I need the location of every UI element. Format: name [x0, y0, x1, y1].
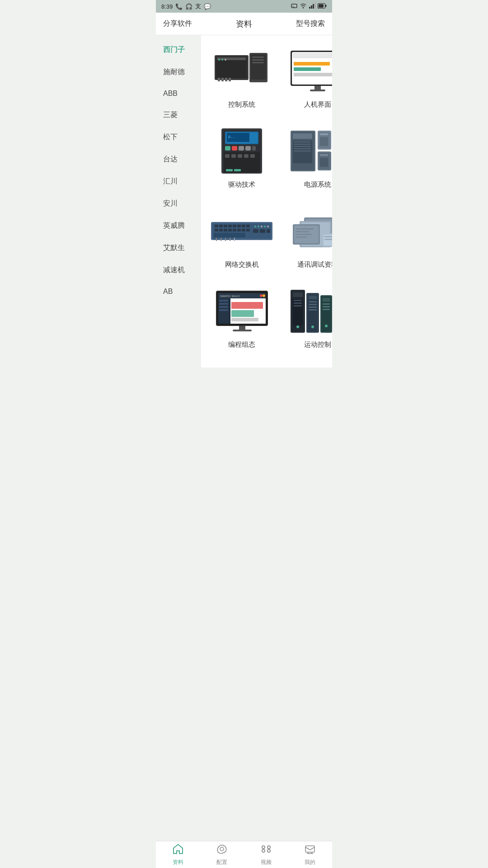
- svg-rect-83: [228, 225, 232, 227]
- svg-rect-140: [239, 326, 245, 330]
- grid-item-programming[interactable]: SIMATIC WinCC: [206, 281, 277, 355]
- sidebar-item-schneider[interactable]: 施耐德: [156, 61, 201, 83]
- svg-point-99: [264, 226, 266, 227]
- svg-rect-163: [323, 309, 330, 310]
- svg-rect-161: [323, 303, 330, 305]
- sidebar-item-ab[interactable]: AB: [156, 281, 201, 302]
- svg-rect-82: [224, 225, 227, 227]
- svg-rect-144: [293, 292, 303, 297]
- svg-rect-93: [237, 229, 241, 231]
- svg-point-20: [221, 59, 223, 61]
- svg-point-2: [303, 7, 304, 8]
- svg-rect-54: [250, 154, 255, 158]
- programming-label: 编程组态: [228, 340, 255, 349]
- sidebar-item-mitsubishi[interactable]: 三菱: [156, 104, 201, 126]
- svg-rect-118: [296, 234, 311, 235]
- svg-rect-59: [293, 133, 312, 139]
- svg-point-21: [225, 59, 226, 61]
- content-area: 控制系统: [201, 35, 332, 368]
- control-system-label: 控制系统: [228, 100, 255, 109]
- status-call-icon: 📞: [175, 3, 183, 10]
- svg-rect-134: [219, 306, 228, 308]
- wifi-icon: [300, 2, 307, 11]
- sidebar-item-siemens[interactable]: 西门子: [156, 39, 201, 61]
- status-bar: 8:39 📞 🎧 支 💬 N: [156, 0, 332, 13]
- svg-rect-68: [320, 133, 328, 135]
- status-pay-icon: 支: [195, 2, 201, 10]
- svg-rect-117: [296, 231, 309, 232]
- svg-rect-69: [320, 137, 328, 146]
- grid-item-hmi[interactable]: 人机界面: [282, 41, 332, 115]
- svg-rect-138: [231, 310, 254, 317]
- grid-item-motion[interactable]: 运动控制: [282, 281, 332, 355]
- svg-rect-30: [294, 67, 321, 71]
- svg-rect-37: [310, 90, 325, 91]
- motion-image: [286, 286, 332, 336]
- grid-item-control-system[interactable]: 控制系统: [206, 41, 277, 115]
- svg-rect-63: [294, 146, 311, 147]
- svg-rect-95: [246, 229, 250, 231]
- grid-item-network-switch[interactable]: 网络交换机: [206, 201, 277, 275]
- svg-rect-22: [252, 57, 264, 58]
- svg-rect-47: [245, 146, 251, 151]
- svg-rect-133: [219, 303, 228, 305]
- svg-rect-80: [215, 225, 218, 227]
- svg-point-149: [296, 326, 299, 328]
- svg-rect-15: [218, 78, 220, 81]
- svg-rect-36: [314, 86, 321, 90]
- svg-rect-146: [294, 300, 302, 301]
- svg-rect-104: [214, 233, 245, 237]
- svg-rect-154: [309, 304, 317, 305]
- grid-item-power[interactable]: 电源系统: [282, 121, 332, 195]
- sidebar-item-panasonic[interactable]: 松下: [156, 126, 201, 148]
- battery-icon: [318, 3, 327, 10]
- svg-rect-137: [231, 302, 263, 309]
- grid-item-drive[interactable]: P--: [206, 121, 277, 195]
- model-search-button[interactable]: 型号搜索: [289, 19, 325, 28]
- svg-rect-24: [252, 62, 264, 63]
- motion-label: 运动控制: [304, 340, 331, 349]
- svg-rect-12: [217, 57, 246, 60]
- svg-rect-139: [231, 318, 258, 321]
- svg-rect-55: [226, 169, 233, 171]
- svg-rect-162: [323, 306, 330, 307]
- svg-rect-17: [225, 78, 227, 81]
- svg-rect-160: [323, 298, 330, 302]
- svg-rect-152: [309, 296, 317, 299]
- svg-rect-101: [253, 229, 258, 233]
- sidebar-item-abb[interactable]: ABB: [156, 83, 201, 104]
- power-image: [286, 126, 332, 176]
- svg-rect-86: [242, 225, 245, 227]
- svg-rect-148: [294, 305, 302, 307]
- svg-point-98: [261, 226, 263, 227]
- svg-rect-64: [294, 148, 311, 149]
- svg-rect-123: [324, 239, 332, 240]
- svg-point-130: [263, 294, 265, 297]
- svg-rect-122: [324, 236, 332, 237]
- main-layout: 西门子 施耐德 ABB 三菱 松下 台达 汇川 安川 英威腾 艾默生 减速机 A…: [156, 35, 332, 368]
- share-software-button[interactable]: 分享软件: [163, 19, 199, 28]
- svg-rect-56: [234, 169, 241, 171]
- svg-rect-156: [309, 309, 317, 311]
- sidebar-item-yaskawa[interactable]: 安川: [156, 193, 201, 215]
- drive-image: P--: [210, 126, 273, 176]
- svg-point-96: [254, 226, 256, 227]
- grid-item-comm-debug[interactable]: 通讯调试资料: [282, 201, 332, 275]
- svg-rect-23: [252, 59, 264, 61]
- sidebar-item-inovance[interactable]: 汇川: [156, 170, 201, 193]
- svg-rect-84: [233, 225, 236, 227]
- sidebar-item-gearbox[interactable]: 减速机: [156, 259, 201, 281]
- nfc-icon: N: [291, 2, 298, 11]
- svg-rect-73: [320, 158, 328, 167]
- status-right: N: [291, 2, 327, 11]
- sidebar-item-emerson[interactable]: 艾默生: [156, 237, 201, 259]
- svg-rect-153: [309, 301, 317, 302]
- hmi-label: 人机界面: [304, 100, 331, 109]
- sidebar-item-delta[interactable]: 台达: [156, 148, 201, 170]
- svg-rect-116: [296, 228, 314, 230]
- nav-title: 资料: [199, 19, 289, 29]
- svg-rect-147: [294, 302, 302, 304]
- sidebar-item-invt[interactable]: 英威腾: [156, 215, 201, 237]
- svg-rect-132: [219, 300, 228, 302]
- svg-rect-72: [320, 154, 328, 156]
